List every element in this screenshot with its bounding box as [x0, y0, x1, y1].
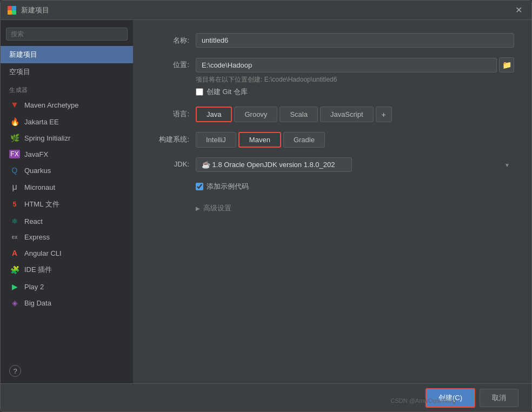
sidebar-html-label: HTML 文件 [24, 200, 59, 209]
jdk-label: JDK: [150, 157, 189, 168]
sidebar-react-label: React [24, 217, 43, 225]
advanced-settings-toggle[interactable]: ▶ 高级设置 [196, 201, 514, 215]
jdk-row: JDK: ☕ 1.8 Oracle OpenJDK version 1.8.0_… [150, 157, 514, 172]
new-project-label: 新建项目 [9, 50, 37, 59]
svg-rect-0 [8, 6, 12, 10]
jdk-wrapper: ☕ 1.8 Oracle OpenJDK version 1.8.0_202 [196, 157, 514, 172]
svg-rect-3 [12, 10, 16, 15]
sidebar-javafx-label: JavaFX [24, 150, 48, 158]
jdk-select[interactable]: ☕ 1.8 Oracle OpenJDK version 1.8.0_202 [196, 157, 352, 172]
sidebar-item-javafx[interactable]: FX JavaFX [1, 146, 133, 162]
advanced-control: ▶ 高级设置 [196, 201, 514, 215]
ide-plugin-icon: 🧩 [9, 265, 20, 274]
sidebar-item-empty-project[interactable]: 空项目 [1, 63, 133, 81]
sample-code-control: 添加示例代码 [196, 182, 514, 191]
sidebar-item-play2[interactable]: ▶ Play 2 [1, 278, 133, 295]
sidebar-quarkus-label: Quarkus [24, 167, 51, 175]
sidebar-search-container [1, 24, 133, 44]
sidebar-play2-label: Play 2 [24, 283, 44, 291]
sidebar-item-bigdata[interactable]: ◈ Big Data [1, 295, 133, 311]
advanced-row-container: ▶ 高级设置 [150, 201, 514, 215]
help-button[interactable]: ? [9, 365, 21, 377]
name-input[interactable] [196, 33, 514, 48]
spring-icon: 🌿 [9, 134, 20, 142]
name-row: 名称: [150, 33, 514, 48]
language-java-button[interactable]: Java [196, 107, 232, 122]
new-project-window: 新建项目 ✕ 新建项目 空项目 生成器 ▼ Maven Archetype 🔥 [0, 0, 532, 412]
advanced-spacer [150, 201, 189, 204]
cancel-button[interactable]: 取消 [480, 389, 518, 407]
sidebar-bigdata-label: Big Data [24, 299, 51, 307]
empty-project-label: 空项目 [9, 67, 30, 77]
angular-icon: A [9, 249, 20, 257]
watermark: CSDN @AmwOqiwWmg [390, 397, 456, 404]
language-javascript-button[interactable]: JavaScript [320, 107, 374, 122]
close-button[interactable]: ✕ [512, 4, 525, 17]
language-control: Java Groovy Scala JavaScript + [196, 107, 514, 122]
generators-section-label: 生成器 [1, 81, 133, 96]
sidebar-spring-label: Spring Initializr [24, 134, 70, 142]
location-control: 📁 项目将在以下位置创建: E:\code\Hadoop\untitled6 创… [196, 57, 514, 97]
javafx-icon: FX [9, 150, 20, 158]
sidebar-angular-label: Angular CLI [24, 249, 62, 257]
window-title: 新建项目 [21, 5, 512, 15]
sidebar-item-react[interactable]: ⚛ React [1, 213, 133, 229]
sidebar-item-angular[interactable]: A Angular CLI [1, 245, 133, 261]
sidebar-express-label: Express [24, 233, 50, 241]
language-row: 语言: Java Groovy Scala JavaScript + [150, 107, 514, 122]
location-row: 位置: 📁 项目将在以下位置创建: E:\code\Hadoop\untitle… [150, 57, 514, 97]
build-btn-group: IntelliJ Maven Gradle [196, 132, 514, 148]
sidebar-item-jakarta-ee[interactable]: 🔥 Jakarta EE [1, 114, 133, 130]
sidebar-item-maven-archetype[interactable]: ▼ Maven Archetype [1, 96, 133, 114]
express-icon: ex [9, 234, 20, 240]
micronaut-icon: μ [9, 182, 20, 192]
location-label: 位置: [150, 57, 189, 70]
sidebar-item-spring[interactable]: 🌿 Spring Initializr [1, 130, 133, 146]
build-maven-button[interactable]: Maven [238, 132, 281, 148]
git-checkbox-row: 创建 Git 仓库 [196, 87, 514, 97]
sample-code-checkbox[interactable] [196, 183, 203, 190]
sample-code-checkbox-row: 添加示例代码 [196, 182, 514, 191]
language-groovy-button[interactable]: Groovy [234, 107, 277, 122]
sidebar-item-new-project[interactable]: 新建项目 [1, 46, 133, 63]
sidebar-jakarta-label: Jakarta EE [24, 118, 59, 126]
git-label: 创建 Git 仓库 [207, 87, 248, 97]
location-input[interactable] [196, 58, 497, 72]
sidebar-micronaut-label: Micronaut [24, 183, 55, 191]
sample-code-label: 添加示例代码 [207, 182, 249, 191]
react-icon: ⚛ [9, 217, 20, 225]
sidebar-bottom: ? [1, 358, 133, 383]
maven-icon: ▼ [9, 100, 20, 110]
html-icon: 5 [9, 201, 20, 208]
title-bar: 新建项目 ✕ [1, 1, 531, 20]
svg-rect-1 [12, 6, 16, 10]
search-input[interactable] [6, 28, 128, 41]
svg-rect-2 [8, 10, 12, 15]
sidebar-item-micronaut[interactable]: μ Micronaut [1, 178, 133, 196]
sidebar-item-ide-plugin[interactable]: 🧩 IDE 插件 [1, 261, 133, 278]
sidebar: 新建项目 空项目 生成器 ▼ Maven Archetype 🔥 Jakarta… [1, 20, 133, 383]
content-area: 名称: 位置: 📁 项目将在以下位置创建: E:\code\Hadoop\unt… [133, 20, 531, 383]
language-label: 语言: [150, 107, 189, 119]
build-intellij-button[interactable]: IntelliJ [196, 132, 236, 148]
sidebar-item-html[interactable]: 5 HTML 文件 [1, 196, 133, 213]
browse-folder-button[interactable]: 📁 [499, 57, 514, 72]
sidebar-item-quarkus[interactable]: Q Quarkus [1, 162, 133, 178]
sample-code-row: 添加示例代码 [150, 182, 514, 191]
main-area: 新建项目 空项目 生成器 ▼ Maven Archetype 🔥 Jakarta… [1, 20, 531, 383]
build-label: 构建系统: [150, 132, 189, 144]
language-scala-button[interactable]: Scala [280, 107, 318, 122]
advanced-label: 高级设置 [203, 203, 231, 213]
sidebar-item-express[interactable]: ex Express [1, 229, 133, 245]
bigdata-icon: ◈ [9, 298, 20, 307]
language-btn-group: Java Groovy Scala JavaScript + [196, 107, 514, 122]
location-hint: 项目将在以下位置创建: E:\code\Hadoop\untitled6 [196, 75, 514, 84]
git-checkbox[interactable] [196, 88, 203, 96]
build-control: IntelliJ Maven Gradle [196, 132, 514, 148]
build-gradle-button[interactable]: Gradle [283, 132, 325, 148]
name-control [196, 33, 514, 48]
language-add-button[interactable]: + [376, 107, 392, 122]
advanced-chevron-icon: ▶ [196, 205, 200, 211]
sample-code-spacer [150, 182, 189, 184]
jakarta-icon: 🔥 [9, 117, 20, 126]
